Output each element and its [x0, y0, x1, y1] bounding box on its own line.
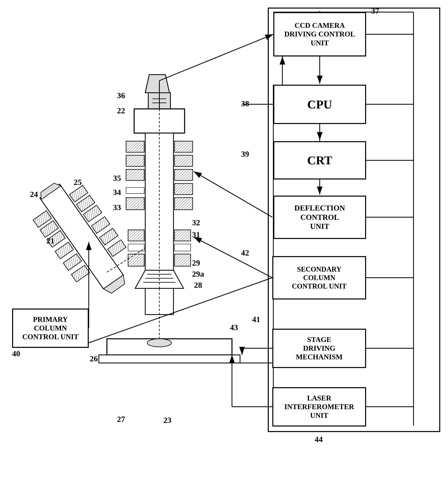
ref-24: 24	[30, 190, 38, 199]
ref-37: 37	[371, 6, 379, 16]
svg-rect-33	[99, 355, 240, 363]
svg-line-66	[194, 237, 272, 278]
svg-rect-9	[126, 141, 144, 152]
crt-label: CRT	[307, 153, 332, 168]
ref-39: 39	[241, 149, 249, 159]
laser-label: LASER INTERFEROMETER UNIT	[284, 394, 354, 420]
svg-rect-46	[71, 265, 89, 282]
ref-36: 36	[117, 91, 125, 100]
ref-35: 35	[113, 173, 121, 183]
ref-29: 29	[192, 258, 200, 268]
svg-rect-13	[175, 155, 193, 166]
ref-38: 38	[241, 99, 249, 108]
ref-32: 32	[192, 218, 200, 227]
svg-rect-4	[148, 93, 170, 109]
ref-23: 23	[163, 415, 171, 425]
svg-line-49	[107, 248, 145, 272]
svg-rect-21	[128, 254, 144, 266]
stage-label: STAGE DRIVING MECHANISM	[296, 335, 343, 362]
svg-point-32	[147, 339, 171, 347]
diagram-svg	[0, 0, 448, 487]
ref-40: 40	[12, 349, 20, 358]
laser-interferometer-box: LASER INTERFEROMETER UNIT	[272, 387, 366, 426]
ref-29a: 29a	[192, 269, 204, 279]
primary-label: PRIMARY COLUMN CONTROL UNIT	[22, 315, 79, 341]
svg-rect-39	[76, 195, 95, 212]
svg-rect-10	[126, 155, 144, 166]
ref-42: 42	[241, 248, 249, 257]
svg-marker-35	[38, 181, 61, 200]
diagram: CCD CAMERA DRIVING CONTROL UNIT CPU CRT …	[0, 0, 448, 487]
svg-rect-18	[175, 198, 193, 210]
svg-rect-24	[175, 254, 191, 266]
svg-line-65	[194, 171, 272, 217]
svg-rect-47	[108, 240, 126, 256]
svg-marker-3	[145, 75, 169, 93]
ref-43: 43	[230, 323, 238, 332]
svg-rect-20	[128, 244, 144, 251]
cpu-box: CPU	[273, 85, 366, 124]
stage-driving-box: STAGE DRIVING MECHANISM	[272, 329, 366, 368]
svg-rect-38	[40, 221, 58, 237]
ref-22: 22	[117, 106, 125, 115]
primary-column-control-box: PRIMARY COLUMN CONTROL UNIT	[12, 309, 89, 348]
svg-rect-44	[63, 254, 81, 271]
ref-27: 27	[117, 415, 125, 424]
ref-34: 34	[113, 188, 121, 197]
svg-rect-12	[175, 141, 193, 152]
ref-31: 31	[192, 230, 200, 239]
cpu-label: CPU	[307, 97, 332, 112]
deflection-control-box: DEFLECTION CONTROL UNIT	[273, 196, 366, 239]
svg-rect-22	[175, 230, 191, 241]
svg-rect-41	[83, 205, 102, 222]
crt-box: CRT	[273, 141, 366, 179]
ref-28: 28	[194, 280, 202, 290]
secondary-column-control-box: SECONDARY COLUMN CONTROL UNIT	[272, 256, 366, 299]
ccd-camera-control-box: CCD CAMERA DRIVING CONTROL UNIT	[273, 12, 366, 56]
svg-line-76	[159, 34, 273, 81]
svg-rect-17	[126, 198, 144, 210]
svg-rect-8	[145, 133, 174, 315]
svg-rect-42	[55, 242, 73, 259]
ref-21: 21	[46, 236, 55, 245]
svg-rect-43	[91, 217, 110, 233]
svg-rect-36	[33, 211, 51, 227]
svg-rect-7	[134, 109, 184, 133]
ref-41: 41	[252, 315, 260, 324]
ccd-label: CCD CAMERA DRIVING CONTROL UNIT	[284, 21, 355, 47]
svg-rect-31	[107, 339, 232, 355]
svg-rect-16	[175, 184, 193, 195]
svg-rect-45	[99, 228, 118, 245]
svg-rect-37	[69, 185, 88, 202]
svg-marker-48	[104, 275, 128, 296]
svg-line-72	[89, 278, 272, 343]
ref-33: 33	[113, 203, 121, 212]
deflection-label: DEFLECTION CONTROL UNIT	[294, 203, 345, 231]
ref-25: 25	[74, 177, 82, 187]
ref-44: 44	[315, 435, 323, 444]
svg-rect-19	[128, 230, 144, 241]
svg-rect-11	[126, 169, 144, 181]
svg-rect-15	[126, 188, 144, 194]
ref-26: 26	[90, 354, 98, 363]
svg-marker-25	[135, 270, 184, 288]
secondary-label: SECONDARY COLUMN CONTROL UNIT	[292, 265, 346, 291]
svg-rect-14	[175, 169, 193, 181]
svg-rect-23	[175, 244, 191, 251]
